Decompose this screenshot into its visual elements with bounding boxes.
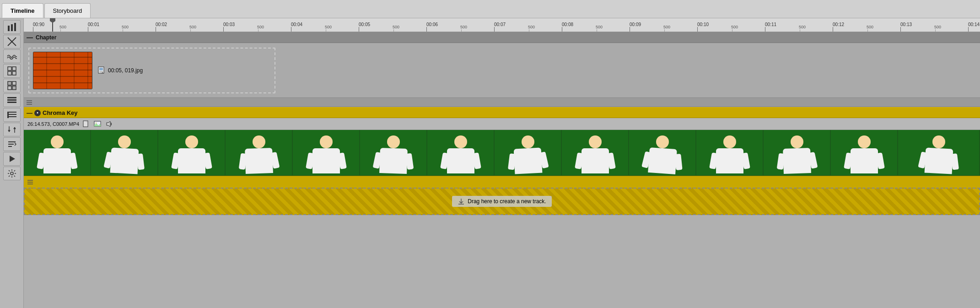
chapter-track-label: Chapter bbox=[36, 34, 56, 41]
image-file-icon: A bbox=[98, 66, 106, 75]
person-figure bbox=[375, 135, 412, 176]
svg-rect-13 bbox=[7, 97, 16, 98]
clip-thumbnail bbox=[33, 52, 92, 89]
tab-bar: Timeline Storyboard bbox=[0, 0, 980, 18]
audio-icon bbox=[105, 120, 112, 128]
link-icon[interactable] bbox=[3, 79, 21, 92]
video-frame bbox=[495, 130, 562, 176]
razor-icon[interactable] bbox=[3, 35, 21, 49]
chapter-collapse-icon[interactable]: — bbox=[27, 34, 33, 41]
svg-point-24 bbox=[11, 172, 13, 175]
chapter-expand-row bbox=[24, 98, 980, 107]
tab-timeline[interactable]: Timeline bbox=[2, 3, 43, 18]
chroma-bottom-row bbox=[24, 176, 980, 188]
zoom-icon[interactable] bbox=[3, 20, 21, 34]
chroma-bullet: • bbox=[34, 110, 41, 116]
svg-rect-5 bbox=[8, 67, 11, 70]
video-frame bbox=[427, 130, 495, 176]
svg-rect-8 bbox=[12, 71, 16, 75]
person-figure bbox=[173, 135, 210, 176]
video-frame bbox=[24, 130, 91, 176]
main-container: 00:90 00:01 00:02 00:03 00:04 00:05 00:0… bbox=[0, 18, 980, 308]
play-icon[interactable] bbox=[3, 152, 21, 166]
svg-text:A: A bbox=[102, 71, 103, 74]
video-frame bbox=[764, 130, 831, 176]
chapter-clip[interactable]: A 00:05, 019.jpg bbox=[28, 48, 275, 93]
video-frame bbox=[831, 130, 898, 176]
person-figure bbox=[106, 135, 143, 176]
person-figure bbox=[921, 135, 957, 176]
chroma-minus-icon[interactable]: — bbox=[27, 109, 32, 116]
settings-icon[interactable] bbox=[3, 167, 21, 180]
clip-info: A 00:05, 019.jpg bbox=[98, 66, 143, 75]
list-icon[interactable] bbox=[3, 108, 21, 122]
file-icon bbox=[83, 120, 90, 128]
video-frame bbox=[562, 130, 629, 176]
svg-rect-2 bbox=[14, 23, 16, 31]
video-frame bbox=[629, 130, 696, 176]
bars-icon[interactable] bbox=[3, 93, 21, 107]
chapter-track-row: A 00:05, 019.jpg bbox=[24, 43, 980, 98]
timeline-area: 00:90 00:01 00:02 00:03 00:04 00:05 00:0… bbox=[24, 18, 980, 308]
chroma-key-label: Chroma Key bbox=[43, 109, 78, 116]
video-frame bbox=[226, 130, 293, 176]
download-arrow-icon bbox=[458, 198, 465, 205]
video-frame bbox=[293, 130, 360, 176]
chroma-key-track-header: — • Chroma Key bbox=[24, 107, 980, 118]
svg-rect-7 bbox=[8, 71, 11, 75]
person-figure bbox=[510, 135, 546, 176]
sort2-icon[interactable] bbox=[3, 137, 21, 151]
wave-icon[interactable] bbox=[3, 49, 21, 63]
sort-icon[interactable] bbox=[3, 123, 21, 136]
video-info-text: 26:14.573, C0007.MP4 bbox=[27, 121, 79, 127]
brick-texture bbox=[33, 52, 92, 89]
svg-rect-19 bbox=[7, 112, 9, 118]
person-figure bbox=[442, 135, 479, 176]
svg-rect-14 bbox=[7, 99, 16, 101]
person-figure bbox=[308, 135, 345, 176]
video-frames-row bbox=[24, 130, 980, 176]
video-frame bbox=[158, 130, 226, 176]
person-figure bbox=[711, 135, 748, 176]
svg-rect-11 bbox=[8, 86, 11, 90]
expand-icon[interactable] bbox=[26, 100, 33, 105]
svg-rect-6 bbox=[12, 67, 16, 70]
person-figure bbox=[779, 135, 815, 176]
left-toolbar bbox=[0, 18, 24, 308]
svg-rect-15 bbox=[7, 102, 16, 103]
person-figure bbox=[644, 135, 681, 176]
clip-timecode: 00:05, 019.jpg bbox=[108, 67, 143, 74]
video-frame bbox=[898, 130, 980, 176]
svg-rect-26 bbox=[99, 68, 103, 70]
drop-label-text: Drag here to create a new track. bbox=[468, 198, 546, 205]
video-frame bbox=[360, 130, 427, 176]
video-frame bbox=[696, 130, 764, 176]
grid-icon[interactable] bbox=[3, 64, 21, 78]
new-track-drop-area[interactable]: Drag here to create a new track. bbox=[24, 188, 980, 215]
video-info-row: 26:14.573, C0007.MP4 bbox=[24, 118, 980, 130]
svg-rect-0 bbox=[8, 26, 10, 31]
svg-rect-9 bbox=[8, 81, 11, 85]
tracks-container: — Chapter bbox=[24, 32, 980, 308]
image-icon bbox=[94, 120, 101, 128]
tab-storyboard[interactable]: Storyboard bbox=[44, 3, 91, 18]
person-figure bbox=[846, 135, 883, 176]
chapter-track-content[interactable]: A 00:05, 019.jpg bbox=[24, 43, 980, 97]
svg-rect-10 bbox=[12, 81, 16, 85]
chapter-track-header: — Chapter bbox=[24, 32, 980, 43]
person-figure bbox=[241, 135, 277, 176]
person-figure bbox=[577, 135, 614, 176]
svg-rect-1 bbox=[11, 24, 13, 31]
video-frame bbox=[91, 130, 158, 176]
person-figure bbox=[39, 135, 75, 176]
ruler: 00:90 00:01 00:02 00:03 00:04 00:05 00:0… bbox=[24, 18, 980, 32]
new-track-label: Drag here to create a new track. bbox=[452, 196, 551, 207]
svg-rect-12 bbox=[12, 86, 16, 90]
chroma-expand-icon[interactable] bbox=[27, 179, 34, 185]
svg-marker-23 bbox=[10, 156, 15, 162]
